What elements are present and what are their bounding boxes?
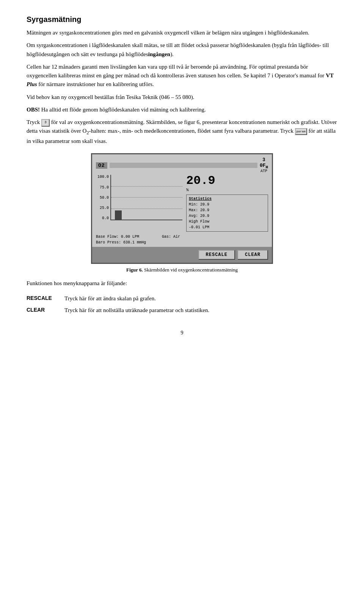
stats-highflow-label: High Flow	[189, 219, 265, 224]
stats-avg-label: Avg:	[189, 214, 198, 218]
paragraph-obs: OBS! Ha alltid ett flöde genom högflödes…	[27, 105, 337, 114]
paragraph-2-end: ).	[170, 51, 174, 57]
key-icon-param: param	[295, 128, 307, 135]
screen-buttons: RESCALE CLEAR	[92, 247, 272, 263]
page-number: 9	[27, 330, 337, 336]
stats-max-val: 20.9	[200, 208, 209, 212]
func-row-clear: CLEAR Tryck här för att nollställa uträk…	[27, 306, 337, 315]
figure-caption: Figur 6. Skärmbilden vid oxygenkoncentra…	[27, 267, 337, 273]
figure-text: Skärmbilden vid oxygenkoncentrationsmätn…	[144, 267, 238, 273]
paragraph-4: Vid behov kan ny oxygencell beställas fr…	[27, 93, 337, 102]
func-desc-rescale: Tryck här för att ändra skalan på grafen…	[64, 294, 337, 303]
stats-box: Statistics Min: 20.9 Max: 20.9 Avg: 20.9	[186, 195, 268, 232]
vt-bold: VT Plus	[27, 72, 334, 87]
screen-o2-label: O2	[96, 162, 107, 169]
screen-number-3: 3	[262, 157, 265, 163]
stats-avg-val: 20.9	[200, 214, 209, 218]
screen-atp-label: ATP	[260, 169, 267, 173]
functions-intro: Funktionen hos menyknapparna är följande…	[27, 279, 337, 288]
stats-min-label: Min:	[189, 202, 198, 207]
screen-top-right: 3 0FH ATP	[260, 157, 268, 174]
stats-min-row: Min: 20.9	[189, 202, 265, 207]
key-icon-3: 3	[41, 119, 50, 127]
clear-button[interactable]: CLEAR	[237, 250, 268, 260]
stats-max-row: Max: 20.9	[189, 207, 265, 213]
stats-highflow-val: -0.01 LPM	[189, 224, 265, 230]
screen-main-area: 100.0 75.0 50.0 25.0 0.0	[96, 175, 268, 232]
screen-top-bar: O2 3 0FH ATP	[96, 157, 268, 174]
graph-bars	[115, 175, 122, 220]
y-label-75: 75.0	[100, 185, 109, 190]
base-flow-text: Base Flow: 0.00 LPM	[96, 235, 139, 239]
graph-bar-1	[115, 210, 122, 220]
paragraph-2-bold: ingången	[148, 51, 170, 57]
graph-area: 100.0 75.0 50.0 25.0 0.0	[96, 175, 183, 232]
page-title: Syrgasmätning	[27, 15, 337, 24]
func-desc-clear: Tryck här för att nollställa uträknade p…	[64, 306, 337, 315]
screen-container: O2 3 0FH ATP 100.0 75.0 50.0 25.0 0.0	[27, 153, 337, 264]
percent-label: %	[186, 188, 268, 192]
paragraph-1: Mätningen av syrgaskoncentrationen görs …	[27, 28, 337, 37]
func-key-clear: CLEAR	[27, 306, 64, 315]
paragraph-2-start: Om syrgaskoncentrationen i lågflödeskana…	[27, 42, 329, 57]
func-row-rescale: RESCALE Tryck här för att ändra skalan p…	[27, 294, 337, 303]
stats-max-label: Max:	[189, 208, 198, 212]
stats-title: Statistics	[189, 196, 265, 202]
y-label-100: 100.0	[97, 175, 109, 179]
rescale-button[interactable]: RESCALE	[198, 250, 235, 260]
screen-bottom-info: Base Flow: 0.00 LPM Gas: Air Baro Press:…	[96, 232, 268, 247]
paragraph-6: Tryck 3 för val av oxygenkoncentrationsm…	[27, 118, 337, 146]
screen: O2 3 0FH ATP 100.0 75.0 50.0 25.0 0.0	[91, 153, 273, 264]
functions-table: RESCALE Tryck här för att ändra skalan p…	[27, 294, 337, 315]
big-value-display: 20.9	[186, 175, 268, 187]
figure-label: Figur 6.	[126, 267, 143, 273]
screen-0fh-display: 0FH	[260, 163, 268, 169]
y-label-0: 0.0	[102, 216, 109, 220]
func-key-rescale: RESCALE	[27, 294, 64, 303]
obs-rest: Ha alltid ett flöde genom högflödeskanal…	[40, 107, 206, 113]
y-label-50: 50.0	[100, 196, 109, 200]
gas-text: Gas: Air	[162, 235, 180, 239]
graph-canvas	[110, 175, 182, 220]
bottom-row-1: Base Flow: 0.00 LPM Gas: Air	[96, 234, 268, 240]
stats-min-val: 20.9	[200, 202, 209, 207]
screen-inner: O2 3 0FH ATP 100.0 75.0 50.0 25.0 0.0	[92, 154, 272, 247]
graph-y-labels: 100.0 75.0 50.0 25.0 0.0	[96, 175, 110, 220]
stats-avg-row: Avg: 20.9	[189, 213, 265, 219]
right-panel: 20.9 % Statistics Min: 20.9 Max: 20.9	[183, 175, 268, 232]
paragraph-3: Cellen har 12 månaders garanti men livsl…	[27, 63, 337, 89]
obs-bold: OBS!	[27, 107, 40, 113]
bottom-row-2: Baro Press: 638.1 mmHg	[96, 240, 268, 245]
paragraph-2: Om syrgaskoncentrationen i lågflödeskana…	[27, 41, 337, 59]
y-label-25: 25.0	[100, 206, 109, 210]
baro-press-text: Baro Press: 638.1 mmHg	[96, 240, 146, 245]
screen-progress-bar	[110, 163, 257, 168]
